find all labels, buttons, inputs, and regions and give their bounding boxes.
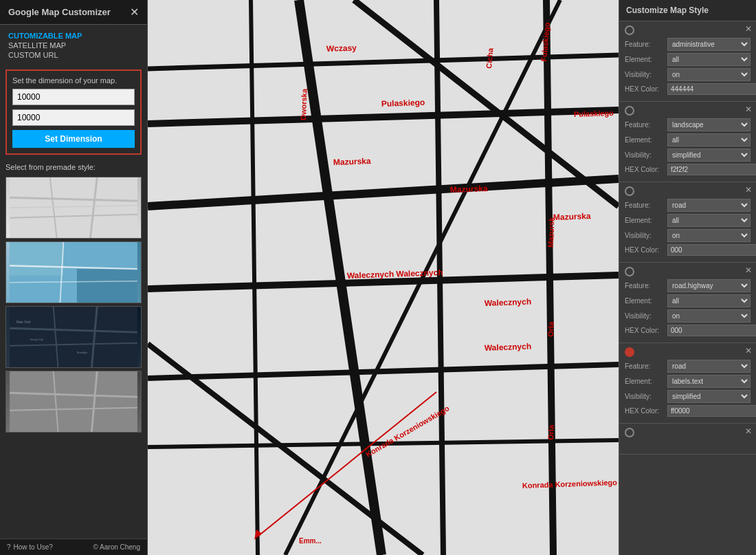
- element-select-3[interactable]: all geometry labels: [667, 214, 751, 227]
- nav-customizable[interactable]: CUTOMIZABLE MAP: [8, 32, 139, 40]
- nav-custom-url[interactable]: CUSTOM URL: [8, 51, 139, 59]
- map-thumbnails: New York Brooklyn Jersey City: [0, 174, 147, 538]
- visibility-label-5: Visibility:: [625, 393, 667, 400]
- feature-label-1: Feature:: [625, 41, 667, 48]
- visibility-select-1[interactable]: on off simplified: [667, 68, 751, 81]
- nav-links: CUTOMIZABLE MAP SATELLITE MAP CUSTOM URL: [0, 25, 147, 64]
- visibility-select-4[interactable]: on off simplified: [667, 309, 751, 323]
- svg-text:Brooklyn: Brooklyn: [77, 351, 87, 354]
- feature-label-3: Feature:: [625, 202, 667, 209]
- style-card-3: ✕ Feature: administrative landscape road…: [619, 182, 756, 263]
- card-radio-1[interactable]: [625, 25, 634, 35]
- svg-text:Jersey City: Jersey City: [30, 338, 43, 341]
- close-button[interactable]: ✕: [130, 6, 139, 19]
- credit-text: © Aaron Cheng: [93, 543, 140, 551]
- feature-label-2: Feature:: [625, 121, 667, 129]
- hex-label-3: HEX Color:: [625, 246, 667, 254]
- card-radio-5[interactable]: [625, 347, 634, 357]
- hex-label-2: HEX Color:: [625, 166, 667, 173]
- element-select-1[interactable]: all geometry labels: [667, 53, 751, 66]
- visibility-select-2[interactable]: on off simplified: [667, 149, 751, 162]
- svg-text:Emm...: Emm...: [299, 537, 322, 545]
- svg-rect-12: [10, 307, 137, 367]
- svg-text:Mazurska: Mazurska: [450, 184, 488, 195]
- svg-text:Orla: Orla: [546, 424, 555, 440]
- feature-select-3[interactable]: administrative landscape road road.highw…: [667, 199, 751, 212]
- hex-input-5[interactable]: [667, 405, 756, 417]
- svg-text:Pulaskiego: Pulaskiego: [381, 98, 425, 109]
- svg-text:Dworska: Dworska: [299, 88, 309, 120]
- svg-text:Mazurska: Mazurska: [553, 211, 591, 222]
- card-radio-4[interactable]: [625, 267, 634, 276]
- card-close-1[interactable]: ✕: [745, 24, 752, 34]
- feature-select-4[interactable]: administrative landscape road road.highw…: [667, 279, 751, 292]
- card-close-5[interactable]: ✕: [745, 346, 752, 356]
- hex-label-1: HEX Color:: [625, 85, 667, 93]
- svg-text:Pulaskiego: Pulaskiego: [574, 109, 614, 118]
- height-input[interactable]: [12, 109, 135, 126]
- card-close-3[interactable]: ✕: [745, 185, 752, 195]
- svg-text:Orla: Orla: [546, 321, 555, 337]
- svg-rect-7: [10, 242, 63, 276]
- visibility-select-5[interactable]: on off simplified: [667, 390, 751, 403]
- element-select-2[interactable]: all geometry labels: [667, 133, 751, 146]
- feature-select-1[interactable]: administrative landscape road road.highw…: [667, 38, 751, 51]
- feature-label-4: Feature:: [625, 282, 667, 290]
- hex-input-3[interactable]: [667, 244, 756, 256]
- card-radio-3[interactable]: [625, 186, 634, 196]
- thumb-grey[interactable]: [5, 371, 142, 433]
- element-label-2: Element:: [625, 136, 667, 144]
- visibility-label-1: Visibility:: [625, 71, 667, 78]
- card-close-6[interactable]: ✕: [745, 426, 752, 436]
- how-to-use-link[interactable]: ? How to Use?: [7, 543, 53, 551]
- visibility-select-3[interactable]: on off simplified: [667, 229, 751, 242]
- feature-select-2[interactable]: administrative landscape road road.highw…: [667, 118, 751, 131]
- app-title: Google Map Customizer: [8, 7, 111, 17]
- style-card-2: ✕ Feature: administrative landscape road…: [619, 102, 756, 182]
- element-select-5[interactable]: all geometry labels labels.text labels.i…: [667, 375, 751, 388]
- svg-text:Mazurska: Mazurska: [333, 156, 371, 167]
- element-label-1: Element:: [625, 56, 667, 63]
- card-close-2[interactable]: ✕: [745, 105, 752, 114]
- hex-input-4[interactable]: [667, 325, 756, 336]
- premade-label: Select from premade style:: [0, 160, 147, 174]
- svg-text:New York: New York: [16, 320, 31, 324]
- hex-input-2[interactable]: [667, 164, 756, 175]
- sidebar-footer: ? How to Use? © Aaron Cheng: [0, 538, 147, 555]
- card-close-4[interactable]: ✕: [745, 265, 752, 275]
- visibility-label-2: Visibility:: [625, 151, 667, 159]
- visibility-label-3: Visibility:: [625, 232, 667, 239]
- card-radio-6[interactable]: [625, 428, 634, 437]
- feature-select-5[interactable]: administrative landscape road road.highw…: [667, 360, 751, 373]
- style-card-4: ✕ Feature: administrative landscape road…: [619, 263, 756, 343]
- svg-text:Walecznych: Walecznych: [485, 297, 532, 308]
- set-dimension-button[interactable]: Set Dimension: [12, 130, 135, 148]
- svg-text:Mazursk: Mazursk: [546, 217, 556, 248]
- style-card-1: ✕ Feature: administrative landscape road…: [619, 21, 756, 102]
- sidebar-header: Google Map Customizer ✕: [0, 0, 147, 25]
- thumb-color[interactable]: [5, 241, 142, 303]
- thumb-dark[interactable]: New York Brooklyn Jersey City: [5, 306, 142, 368]
- element-select-4[interactable]: all geometry labels: [667, 294, 751, 307]
- svg-rect-8: [77, 269, 137, 303]
- right-panel-header: Customize Map Style: [619, 0, 756, 21]
- thumb-light[interactable]: [5, 177, 142, 239]
- nav-satellite[interactable]: SATELLITE MAP: [8, 41, 139, 50]
- sidebar: Google Map Customizer ✕ CUTOMIZABLE MAP …: [0, 0, 148, 555]
- question-icon: ?: [7, 543, 11, 551]
- map-area[interactable]: Wczasy Cicha Fulaskiego Pulaskiego Pulas…: [148, 0, 619, 555]
- feature-label-5: Feature:: [625, 362, 667, 370]
- card-radio-2[interactable]: [625, 106, 634, 116]
- element-label-3: Element:: [625, 217, 667, 224]
- hex-input-1[interactable]: [667, 83, 756, 95]
- dimension-label: Set the dimension of your map.: [12, 76, 135, 85]
- element-label-5: Element:: [625, 378, 667, 385]
- svg-rect-20: [10, 371, 137, 432]
- visibility-label-4: Visibility:: [625, 312, 667, 320]
- element-label-4: Element:: [625, 297, 667, 305]
- hex-label-5: HEX Color:: [625, 407, 667, 415]
- style-card-6: ✕: [619, 424, 756, 455]
- width-input[interactable]: [12, 89, 135, 105]
- svg-text:Walecznych: Walecznych: [485, 342, 532, 353]
- dimension-box: Set the dimension of your map. Set Dimen…: [5, 69, 142, 155]
